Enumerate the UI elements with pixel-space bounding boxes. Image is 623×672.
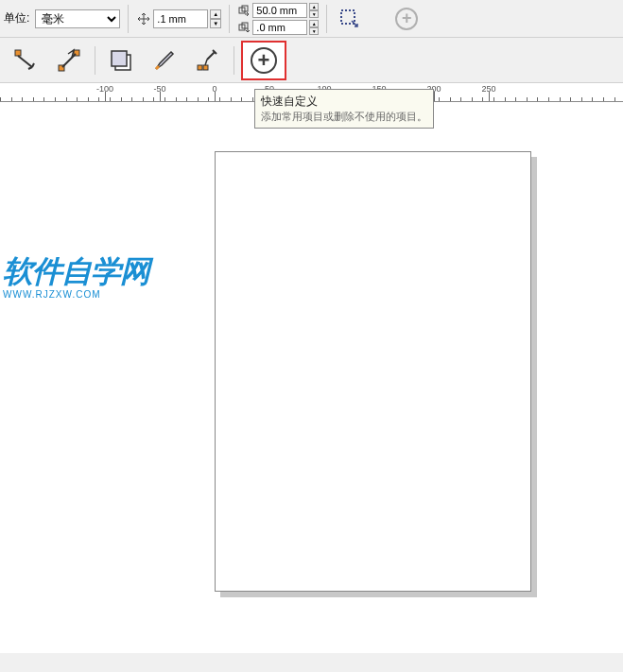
ruler-tick-major: [434, 92, 435, 101]
separator: [229, 5, 230, 33]
quick-customize-button[interactable]: +: [241, 41, 286, 80]
ruler-tick-minor: [176, 97, 177, 101]
ruler-tick-minor: [143, 97, 144, 101]
ruler-tick-major: [215, 92, 216, 101]
ruler-tick-minor: [439, 97, 440, 101]
svg-rect-10: [198, 65, 202, 70]
nudge-group: ▲ ▼: [136, 9, 221, 28]
ruler-tick-minor: [88, 97, 89, 101]
ruler-tick-minor: [614, 97, 615, 101]
eyedropper-button[interactable]: [189, 42, 227, 79]
dup-x-spinner[interactable]: ▲ ▼: [309, 3, 319, 18]
ruler-tick-minor: [153, 97, 154, 101]
svg-rect-9: [112, 51, 127, 66]
separator: [128, 5, 129, 33]
svg-rect-11: [203, 65, 208, 70]
ruler-tick-minor: [493, 97, 494, 101]
ruler-tick-minor: [460, 97, 461, 101]
spinner-up[interactable]: ▲: [309, 20, 319, 27]
page[interactable]: [215, 151, 531, 592]
ruler-tick-minor: [548, 97, 549, 101]
eyedropper-icon: [196, 48, 220, 73]
svg-rect-5: [15, 50, 21, 56]
ruler-tick-minor: [537, 97, 538, 101]
treat-as-filled-button[interactable]: [337, 6, 363, 32]
plus-circle-icon: +: [395, 8, 418, 30]
ruler-tick-minor: [66, 97, 67, 101]
unit-label: 单位:: [4, 10, 29, 26]
ruler-tick-minor: [164, 97, 165, 101]
ruler-tick-minor: [570, 97, 571, 101]
separator: [234, 46, 234, 75]
canvas-area[interactable]: 快速自定义 添加常用项目或删除不使用的项目。 -100-500501001502…: [0, 83, 623, 653]
spinner-up[interactable]: ▲: [309, 3, 319, 10]
ruler-tick-minor: [231, 97, 232, 101]
duplicate-y-input[interactable]: [252, 20, 307, 35]
ruler-tick-minor: [472, 97, 473, 101]
plus-circle-icon: +: [251, 47, 277, 74]
ruler-tick-minor: [592, 97, 593, 101]
bounding-box-button[interactable]: [102, 42, 140, 79]
tooltip: 快速自定义 添加常用项目或删除不使用的项目。: [254, 89, 434, 129]
ruler-tick-minor: [11, 97, 12, 101]
ruler-tick-minor: [241, 97, 242, 101]
nudge-input[interactable]: [153, 9, 208, 28]
outline-tool-button[interactable]: [146, 42, 183, 79]
ruler-tick-minor: [219, 97, 220, 101]
ruler-tick-minor: [43, 97, 44, 101]
ruler-tick-minor: [110, 97, 111, 101]
ruler-tick-minor: [560, 97, 561, 101]
ruler-tick-minor: [22, 97, 23, 101]
property-bar: 单位: 毫米 ▲ ▼ ▲ ▼: [0, 0, 623, 38]
snap-anchor-button[interactable]: [7, 42, 44, 79]
nudge-spinner[interactable]: ▲ ▼: [210, 9, 221, 28]
watermark: 软件自学网 WWW.RJZXW.COM: [3, 251, 149, 300]
duplicate-x-icon: [237, 4, 251, 17]
ruler-tick-minor: [77, 97, 78, 101]
ruler-tick-minor: [186, 97, 187, 101]
ruler-tick-minor: [450, 97, 451, 101]
ruler-tick-minor: [33, 97, 34, 101]
nudge-offset-icon: [136, 11, 151, 26]
quick-customize-top-button[interactable]: +: [393, 6, 420, 32]
watermark-main: 软件自学网: [3, 251, 149, 293]
duplicate-distance-group: ▲ ▼ ▲ ▼: [237, 2, 319, 36]
ruler-tick-minor: [252, 97, 253, 101]
ruler-tick-minor: [121, 97, 122, 101]
ruler-tick-minor: [198, 97, 199, 101]
ruler-tick-minor: [55, 97, 56, 101]
spinner-down[interactable]: ▼: [210, 19, 221, 28]
dup-y-spinner[interactable]: ▲ ▼: [309, 20, 319, 35]
ruler-tick-minor: [0, 97, 1, 101]
unit-select[interactable]: 毫米: [35, 9, 120, 28]
snap-segment-button[interactable]: [50, 42, 88, 79]
bounding-box-icon: [109, 48, 133, 73]
duplicate-x-input[interactable]: [252, 3, 307, 18]
ruler-tick-major: [489, 92, 490, 101]
snap-anchor-icon: [13, 48, 38, 73]
separator: [95, 46, 95, 75]
tooltip-title: 快速自定义: [261, 94, 427, 110]
treat-as-filled-icon: [338, 8, 361, 30]
ruler-tick-minor: [581, 97, 582, 101]
ruler-tick-minor: [482, 97, 483, 101]
spinner-up[interactable]: ▲: [210, 9, 221, 19]
ruler-tick-minor: [98, 97, 99, 101]
separator: [326, 5, 327, 33]
ruler-tick-minor: [527, 97, 528, 101]
outline-pen-icon: [152, 48, 177, 73]
ruler-tick-minor: [208, 97, 209, 101]
ruler-tick-major: [105, 92, 106, 101]
ruler-tick-minor: [131, 97, 132, 101]
ruler-tick-major: [160, 92, 161, 101]
ruler-tick-minor: [603, 97, 604, 101]
ruler-tick-minor: [515, 97, 516, 101]
duplicate-y-icon: [237, 21, 251, 34]
tooltip-desc: 添加常用项目或删除不使用的项目。: [261, 110, 427, 124]
snap-segment-icon: [57, 48, 81, 73]
spinner-down[interactable]: ▼: [309, 10, 319, 18]
spinner-down[interactable]: ▼: [309, 27, 319, 35]
ruler-tick-minor: [505, 97, 506, 101]
toolbar: +: [0, 38, 623, 83]
